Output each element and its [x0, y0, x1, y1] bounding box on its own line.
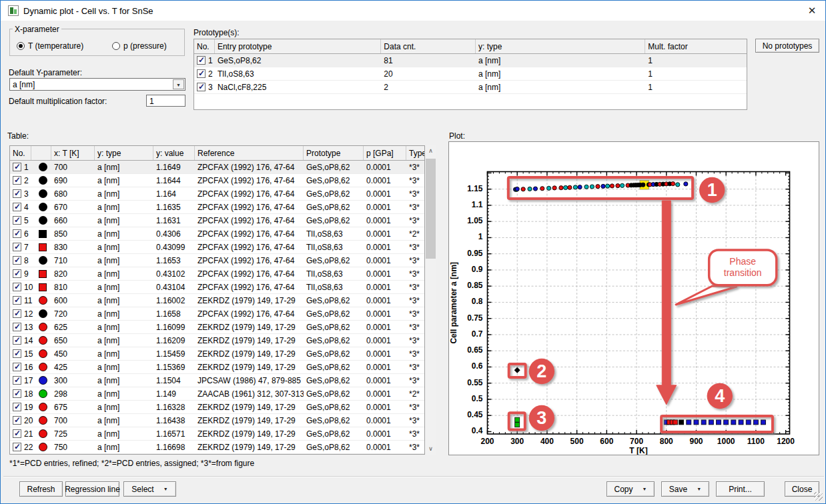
table-row[interactable]: 21725a [nm]1.16571ZEKRDZ (1979) 149, 17-… [10, 427, 424, 441]
proto-col-header[interactable]: Data cnt. [381, 39, 476, 53]
table-row[interactable]: 12720a [nm]1.1658ZPCFAX (1992) 176, 47-6… [10, 307, 424, 321]
chevron-down-icon[interactable]: ▼ [173, 79, 184, 89]
table-col-header[interactable]: Reference [195, 146, 304, 160]
checkbox[interactable] [13, 443, 21, 451]
checkbox[interactable] [13, 296, 21, 305]
table-col-header[interactable]: Prototype [304, 146, 364, 160]
checkbox[interactable] [13, 336, 21, 345]
proto-row[interactable]: 3NaCl,cF8,2252a [nm]1 [194, 81, 747, 94]
table-col-header[interactable]: y: value [153, 146, 195, 160]
proto-col-header[interactable]: Mult. factor [645, 39, 747, 53]
proto-col-header[interactable]: Entry prototype [215, 39, 381, 53]
table-col-header[interactable]: y: type [95, 146, 153, 160]
radio-pressure-circle[interactable] [112, 42, 120, 50]
table-cell: ZEKRDZ (1979) 149, 17-29 [195, 334, 304, 347]
checkbox[interactable] [13, 429, 21, 438]
select-button[interactable]: Select▼ [123, 481, 176, 497]
table-row[interactable]: 13625a [nm]1.16099ZEKRDZ (1979) 149, 17-… [10, 321, 424, 334]
resize-grip[interactable] [814, 492, 823, 501]
checkbox[interactable] [197, 69, 205, 78]
table-cell: *3* [406, 281, 424, 293]
proto-row[interactable]: 2TlI,oS8,6320a [nm]1 [194, 67, 747, 81]
refresh-button[interactable]: Refresh [19, 481, 63, 497]
table-row[interactable]: 17300a [nm]1.1504JPCSAW (1986) 47, 879-8… [10, 374, 424, 387]
table-row[interactable]: 7830a [nm]0.43099ZPCFAX (1992) 176, 47-6… [10, 241, 424, 254]
table-row[interactable]: 18298a [nm]1.149ZAACAB (1961) 312, 307-3… [10, 387, 424, 401]
table-cell: ZPCFAX (1992) 176, 47-64 [195, 174, 304, 187]
table-cell: a [nm] [95, 254, 153, 267]
table-scrollbar[interactable]: ∧ ∨ [425, 145, 436, 455]
table-col-header[interactable]: No. [10, 146, 31, 160]
table-cell: GeS,oP8,62 [304, 347, 364, 360]
table-cell: *3* [406, 374, 424, 387]
radio-temperature-circle[interactable] [17, 42, 25, 50]
table-row[interactable]: 15450a [nm]1.15459ZEKRDZ (1979) 149, 17-… [10, 347, 424, 361]
proto-row[interactable]: 1GeS,oP8,6281a [nm]1 [194, 54, 747, 67]
checkbox[interactable] [13, 283, 21, 291]
table-row[interactable]: 19675a [nm]1.16328ZEKRDZ (1979) 149, 17-… [10, 401, 424, 414]
radio-pressure[interactable]: p (pressure) [112, 41, 167, 51]
table-row[interactable]: 5660a [nm]1.1631ZPCFAX (1992) 176, 47-64… [10, 214, 424, 227]
checkbox[interactable] [13, 229, 21, 238]
table-row[interactable]: 20700a [nm]1.16438ZEKRDZ (1979) 149, 17-… [10, 414, 424, 427]
checkbox[interactable] [13, 256, 21, 265]
table-row[interactable]: 16425a [nm]1.15369ZEKRDZ (1979) 149, 17-… [10, 361, 424, 374]
checkbox[interactable] [197, 83, 205, 91]
svg-text:600: 600 [600, 437, 613, 446]
table-cell: GeS,oP8,62 [304, 254, 364, 267]
proto-col-header[interactable]: No. [194, 39, 215, 53]
checkbox[interactable] [13, 389, 21, 398]
proto-cell: GeS,oP8,62 [215, 54, 381, 67]
marker-circle [39, 403, 47, 411]
table-col-header[interactable] [31, 146, 51, 160]
checkbox[interactable] [13, 403, 21, 411]
checkbox[interactable] [13, 216, 21, 225]
table-row[interactable]: 11600a [nm]1.16002ZEKRDZ (1979) 149, 17-… [10, 294, 424, 307]
checkbox[interactable] [13, 243, 21, 251]
table-col-header[interactable]: p [GPa] [364, 146, 406, 160]
checkbox[interactable] [13, 203, 21, 211]
separator [3, 476, 824, 477]
table-row[interactable]: 1700a [nm]1.1649ZPCFAX (1992) 176, 47-64… [10, 161, 424, 174]
checkbox[interactable] [13, 269, 21, 278]
table-row[interactable]: 22750a [nm]1.16698ZEKRDZ (1979) 149, 17-… [10, 441, 424, 454]
checkbox[interactable] [13, 376, 21, 385]
save-button[interactable]: Save▼ [661, 481, 709, 497]
table-row[interactable]: 9820a [nm]0.43102ZPCFAX (1992) 176, 47-6… [10, 267, 424, 281]
table-col-header[interactable]: Type [406, 146, 424, 160]
checkbox[interactable] [13, 363, 21, 371]
mult-factor-input[interactable]: 1 [146, 95, 185, 107]
table-row[interactable]: 3680a [nm]1.164ZPCFAX (1992) 176, 47-64G… [10, 187, 424, 201]
y-parameter-combobox[interactable]: a [nm] ▼ [9, 78, 185, 91]
table-row[interactable]: 6850a [nm]0.4306ZPCFAX (1992) 176, 47-64… [10, 227, 424, 241]
regression-line-button[interactable]: Regression line [65, 481, 119, 497]
marker-circle [39, 389, 47, 398]
close-icon[interactable]: ✕ [803, 4, 821, 17]
checkbox[interactable] [197, 56, 205, 65]
scroll-thumb[interactable] [426, 159, 436, 259]
table-cell: 0.0001 [364, 361, 406, 373]
no-prototypes-button[interactable]: No prototypes [755, 39, 819, 53]
checkbox[interactable] [13, 323, 21, 331]
checkbox[interactable] [13, 163, 21, 171]
scroll-down-icon[interactable]: ∨ [425, 443, 436, 455]
table-cell: 850 [51, 227, 95, 240]
table-row[interactable]: 2690a [nm]1.1644ZPCFAX (1992) 176, 47-64… [10, 174, 424, 187]
table-row[interactable]: 10810a [nm]0.43104ZPCFAX (1992) 176, 47-… [10, 281, 424, 294]
scroll-up-icon[interactable]: ∧ [425, 145, 436, 157]
proto-col-header[interactable]: y: type [476, 39, 645, 53]
table-col-header[interactable]: x: T [K] [51, 146, 95, 160]
checkbox[interactable] [13, 416, 21, 425]
table-row[interactable]: 14650a [nm]1.16209ZEKRDZ (1979) 149, 17-… [10, 334, 424, 347]
print-button[interactable]: Print... [716, 481, 765, 497]
copy-button[interactable]: Copy▼ [606, 481, 655, 497]
table-cell: *3* [406, 307, 424, 320]
checkbox[interactable] [13, 176, 21, 185]
checkbox[interactable] [13, 189, 21, 198]
table-row[interactable]: 8710a [nm]1.1653ZPCFAX (1992) 176, 47-64… [10, 254, 424, 267]
table-row[interactable]: 4670a [nm]1.1635ZPCFAX (1992) 176, 47-64… [10, 201, 424, 214]
checkbox[interactable] [13, 349, 21, 358]
table-cell: *3* [406, 294, 424, 307]
checkbox[interactable] [13, 309, 21, 318]
radio-temperature[interactable]: T (temperature) [17, 41, 83, 51]
